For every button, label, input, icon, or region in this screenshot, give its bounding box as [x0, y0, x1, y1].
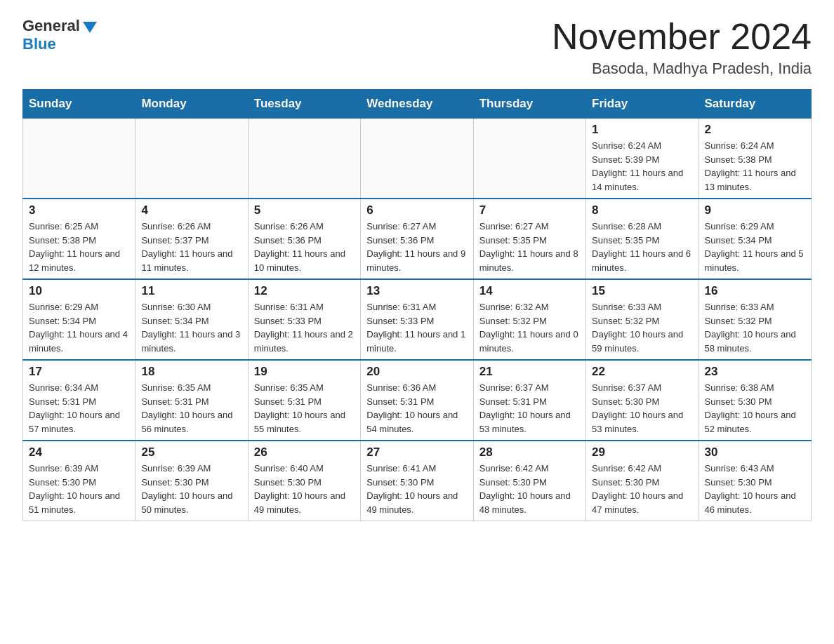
weekday-header-friday: Friday [586, 90, 699, 119]
day-number: 19 [254, 365, 355, 379]
calendar-cell: 22Sunrise: 6:37 AMSunset: 5:30 PMDayligh… [586, 360, 699, 441]
day-detail: Sunrise: 6:39 AMSunset: 5:30 PMDaylight:… [141, 462, 241, 516]
calendar-week-1: 1Sunrise: 6:24 AMSunset: 5:39 PMDaylight… [23, 119, 812, 199]
day-number: 23 [705, 365, 805, 379]
day-detail: Sunrise: 6:34 AMSunset: 5:31 PMDaylight:… [29, 381, 129, 436]
day-number: 26 [254, 445, 355, 459]
day-number: 2 [705, 123, 805, 137]
calendar-cell: 21Sunrise: 6:37 AMSunset: 5:31 PMDayligh… [473, 360, 585, 441]
calendar-cell [361, 119, 473, 199]
day-number: 4 [141, 203, 241, 217]
day-detail: Sunrise: 6:27 AMSunset: 5:36 PMDaylight:… [366, 220, 467, 274]
day-number: 29 [592, 445, 692, 459]
day-number: 6 [366, 203, 467, 217]
weekday-header-monday: Monday [135, 90, 248, 119]
calendar-week-5: 24Sunrise: 6:39 AMSunset: 5:30 PMDayligh… [23, 441, 812, 521]
day-number: 14 [479, 284, 580, 298]
weekday-header-thursday: Thursday [473, 90, 585, 119]
day-number: 25 [141, 445, 241, 459]
calendar-cell: 9Sunrise: 6:29 AMSunset: 5:34 PMDaylight… [699, 199, 811, 279]
calendar-cell: 18Sunrise: 6:35 AMSunset: 5:31 PMDayligh… [135, 360, 248, 441]
month-title: November 2024 [552, 17, 812, 57]
day-detail: Sunrise: 6:39 AMSunset: 5:30 PMDaylight:… [29, 462, 129, 516]
calendar-cell: 12Sunrise: 6:31 AMSunset: 5:33 PMDayligh… [248, 279, 360, 360]
calendar-cell: 16Sunrise: 6:33 AMSunset: 5:32 PMDayligh… [699, 279, 811, 360]
calendar-cell: 15Sunrise: 6:33 AMSunset: 5:32 PMDayligh… [586, 279, 699, 360]
calendar-week-4: 17Sunrise: 6:34 AMSunset: 5:31 PMDayligh… [23, 360, 812, 441]
day-detail: Sunrise: 6:40 AMSunset: 5:30 PMDaylight:… [254, 462, 355, 516]
day-number: 28 [479, 445, 580, 459]
calendar-cell: 19Sunrise: 6:35 AMSunset: 5:31 PMDayligh… [248, 360, 360, 441]
day-detail: Sunrise: 6:30 AMSunset: 5:34 PMDaylight:… [141, 300, 241, 355]
calendar-cell: 10Sunrise: 6:29 AMSunset: 5:34 PMDayligh… [23, 279, 135, 360]
day-detail: Sunrise: 6:42 AMSunset: 5:30 PMDaylight:… [592, 462, 692, 516]
calendar-header-row: SundayMondayTuesdayWednesdayThursdayFrid… [23, 90, 812, 119]
calendar-cell: 27Sunrise: 6:41 AMSunset: 5:30 PMDayligh… [361, 441, 473, 521]
day-detail: Sunrise: 6:38 AMSunset: 5:30 PMDaylight:… [705, 381, 805, 436]
day-number: 10 [29, 284, 129, 298]
day-number: 5 [254, 203, 355, 217]
calendar-week-2: 3Sunrise: 6:25 AMSunset: 5:38 PMDaylight… [23, 199, 812, 279]
weekday-header-wednesday: Wednesday [361, 90, 473, 119]
day-detail: Sunrise: 6:37 AMSunset: 5:30 PMDaylight:… [592, 381, 692, 436]
day-number: 3 [29, 203, 129, 217]
day-detail: Sunrise: 6:31 AMSunset: 5:33 PMDaylight:… [366, 300, 467, 355]
day-number: 24 [29, 445, 129, 459]
calendar-cell: 13Sunrise: 6:31 AMSunset: 5:33 PMDayligh… [361, 279, 473, 360]
day-detail: Sunrise: 6:41 AMSunset: 5:30 PMDaylight:… [366, 462, 467, 516]
calendar-cell: 30Sunrise: 6:43 AMSunset: 5:30 PMDayligh… [699, 441, 811, 521]
logo-general: General [22, 17, 80, 35]
logo-text: General [22, 17, 98, 35]
day-detail: Sunrise: 6:28 AMSunset: 5:35 PMDaylight:… [592, 220, 692, 274]
day-detail: Sunrise: 6:24 AMSunset: 5:38 PMDaylight:… [705, 139, 805, 194]
calendar-cell: 2Sunrise: 6:24 AMSunset: 5:38 PMDaylight… [699, 119, 811, 199]
day-number: 17 [29, 365, 129, 379]
day-detail: Sunrise: 6:35 AMSunset: 5:31 PMDaylight:… [141, 381, 241, 436]
logo-blue: Blue [22, 35, 56, 53]
day-number: 13 [366, 284, 467, 298]
day-detail: Sunrise: 6:26 AMSunset: 5:37 PMDaylight:… [141, 220, 241, 274]
calendar-cell [23, 119, 135, 199]
day-detail: Sunrise: 6:42 AMSunset: 5:30 PMDaylight:… [479, 462, 580, 516]
calendar-cell: 23Sunrise: 6:38 AMSunset: 5:30 PMDayligh… [699, 360, 811, 441]
day-number: 22 [592, 365, 692, 379]
calendar-week-3: 10Sunrise: 6:29 AMSunset: 5:34 PMDayligh… [23, 279, 812, 360]
day-detail: Sunrise: 6:27 AMSunset: 5:35 PMDaylight:… [479, 220, 580, 274]
page-header: General Blue November 2024 Basoda, Madhy… [22, 17, 812, 78]
day-number: 18 [141, 365, 241, 379]
day-number: 20 [366, 365, 467, 379]
weekday-header-saturday: Saturday [699, 90, 811, 119]
day-detail: Sunrise: 6:33 AMSunset: 5:32 PMDaylight:… [705, 300, 805, 355]
calendar-cell: 24Sunrise: 6:39 AMSunset: 5:30 PMDayligh… [23, 441, 135, 521]
day-detail: Sunrise: 6:29 AMSunset: 5:34 PMDaylight:… [705, 220, 805, 274]
calendar-cell: 17Sunrise: 6:34 AMSunset: 5:31 PMDayligh… [23, 360, 135, 441]
day-detail: Sunrise: 6:26 AMSunset: 5:36 PMDaylight:… [254, 220, 355, 274]
calendar-cell: 3Sunrise: 6:25 AMSunset: 5:38 PMDaylight… [23, 199, 135, 279]
calendar-cell: 14Sunrise: 6:32 AMSunset: 5:32 PMDayligh… [473, 279, 585, 360]
day-number: 9 [705, 203, 805, 217]
day-detail: Sunrise: 6:31 AMSunset: 5:33 PMDaylight:… [254, 300, 355, 355]
location-title: Basoda, Madhya Pradesh, India [552, 60, 812, 78]
day-number: 11 [141, 284, 241, 298]
day-detail: Sunrise: 6:37 AMSunset: 5:31 PMDaylight:… [479, 381, 580, 436]
calendar-cell: 1Sunrise: 6:24 AMSunset: 5:39 PMDaylight… [586, 119, 699, 199]
calendar-cell: 25Sunrise: 6:39 AMSunset: 5:30 PMDayligh… [135, 441, 248, 521]
calendar-cell [473, 119, 585, 199]
day-number: 27 [366, 445, 467, 459]
day-detail: Sunrise: 6:35 AMSunset: 5:31 PMDaylight:… [254, 381, 355, 436]
day-detail: Sunrise: 6:33 AMSunset: 5:32 PMDaylight:… [592, 300, 692, 355]
calendar-cell [248, 119, 360, 199]
calendar-cell: 6Sunrise: 6:27 AMSunset: 5:36 PMDaylight… [361, 199, 473, 279]
logo: General Blue [22, 17, 98, 53]
day-number: 30 [705, 445, 805, 459]
day-number: 21 [479, 365, 580, 379]
day-detail: Sunrise: 6:32 AMSunset: 5:32 PMDaylight:… [479, 300, 580, 355]
day-detail: Sunrise: 6:25 AMSunset: 5:38 PMDaylight:… [29, 220, 129, 274]
weekday-header-sunday: Sunday [23, 90, 135, 119]
calendar-cell: 11Sunrise: 6:30 AMSunset: 5:34 PMDayligh… [135, 279, 248, 360]
day-detail: Sunrise: 6:29 AMSunset: 5:34 PMDaylight:… [29, 300, 129, 355]
calendar-cell: 7Sunrise: 6:27 AMSunset: 5:35 PMDaylight… [473, 199, 585, 279]
day-detail: Sunrise: 6:43 AMSunset: 5:30 PMDaylight:… [705, 462, 805, 516]
day-number: 8 [592, 203, 692, 217]
day-number: 15 [592, 284, 692, 298]
